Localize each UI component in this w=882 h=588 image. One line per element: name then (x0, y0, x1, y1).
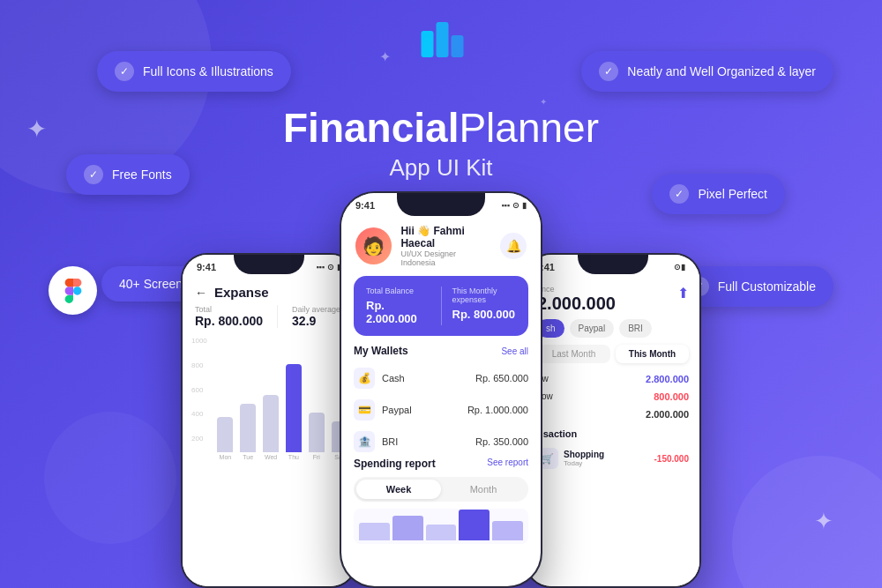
stat-avg: Daily average 32.9 (292, 305, 340, 328)
title-area: FinancialPlanner App UI Kit (283, 106, 599, 182)
bar-tue-rect (240, 404, 256, 452)
screen-left: 9:41 ▪▪▪⊙▮ ← Expanse Total Rp. 800.000 (183, 255, 355, 586)
flow-item-3: 2.000.000 (527, 406, 699, 423)
bar-mon: Mon (216, 417, 235, 460)
check-icon-3: ✓ (84, 165, 103, 184)
paypal-icon: 💳 (354, 399, 375, 421)
status-icons-right: ⊙▮ (674, 263, 685, 272)
bar-wed: Wed (262, 395, 280, 460)
time-left: 9:41 (197, 262, 216, 272)
right-header: ance 2.000.000 ⬆ (527, 276, 699, 319)
transaction-label: nsaction (527, 423, 699, 444)
figma-badge (49, 266, 97, 315)
tab-paypal[interactable]: Paypal (570, 319, 615, 338)
greeting-text: Hii 👋 Fahmi Haecal (400, 225, 500, 249)
svg-rect-0 (422, 31, 434, 57)
balance-expenses: This Monthly expenses Rp. 800.000 (452, 287, 517, 325)
bar-thu-rect (286, 364, 302, 452)
bar-thu: Thu (284, 364, 303, 460)
phone-left: 9:41 ▪▪▪⊙▮ ← Expanse Total Rp. 800.000 (181, 253, 357, 588)
time-center: 9:41 (355, 200, 375, 211)
wallets-header: My Wallets See all (341, 345, 541, 362)
sparkle-icon-4: ✦ (814, 508, 833, 535)
title-light: Planner (459, 105, 599, 151)
see-all-wallets[interactable]: See all (501, 346, 528, 356)
bar-fri-rect (309, 413, 325, 452)
status-icons-left: ▪▪▪⊙▮ (316, 263, 341, 272)
notch-center (397, 193, 485, 216)
balance-total: Total Balance Rp. 2.000.000 (366, 287, 430, 325)
y-labels: 1000800600400200 (191, 337, 207, 443)
mini-chart (354, 509, 528, 544)
flow-item-2: flow 800.000 (527, 388, 699, 406)
expense-header: ← Expanse (183, 276, 355, 305)
tab-this-month[interactable]: This Month (616, 345, 689, 363)
sparkle-icon-1: ✦ (26, 115, 47, 144)
period-month[interactable]: Month (441, 480, 526, 499)
upload-icon[interactable]: ⬆ (677, 285, 689, 301)
svg-rect-1 (437, 22, 449, 57)
see-report-link[interactable]: See report (487, 458, 528, 470)
back-arrow-icon[interactable]: ← (195, 286, 207, 300)
chart-area: 1000800600400200 Mon Tue W (183, 337, 355, 460)
right-content: ance 2.000.000 ⬆ sh Paypal BRI Last Mont… (527, 276, 699, 586)
stat-total: Total Rp. 800.000 (195, 305, 263, 328)
title-subtitle: App UI Kit (283, 154, 599, 182)
bg-decoration-3 (44, 412, 176, 544)
center-content: 🧑 Hii 👋 Fahmi Haecal UI/UX Designer Indo… (341, 214, 541, 544)
pill-organized: ✓ Neatly and Well Organized & layer (581, 51, 833, 92)
balance-label: Total Balance (366, 287, 430, 295)
wallet-bri: 🏦 BRI Rp. 350.000 (341, 426, 541, 458)
tx-info-1: Shopping Today (564, 450, 649, 467)
screen-right: :41 ⊙▮ ance 2.000.000 ⬆ sh Paypal BRI (527, 255, 699, 586)
avg-value: 32.9 (292, 314, 340, 328)
avg-label: Daily average (292, 305, 340, 314)
expense-title: Expanse (214, 285, 269, 300)
location-text: Indonesia (400, 258, 500, 267)
notch-left (234, 255, 304, 274)
bar-tue: Tue (239, 404, 258, 460)
expenses-value: Rp. 800.000 (452, 308, 517, 321)
stat-divider (277, 305, 278, 328)
check-icon-1: ✓ (115, 62, 134, 81)
tab-last-month[interactable]: Last Month (537, 345, 610, 363)
profile-text: Hii 👋 Fahmi Haecal UI/UX Designer Indone… (400, 225, 500, 267)
phone-center: 9:41 ▪▪▪⊙▮ 🧑 Hii 👋 Fahmi Haecal UI/UX De… (340, 191, 542, 588)
wallet-paypal: 💳 Paypal Rp. 1.000.000 (341, 394, 541, 426)
role-text: UI/UX Designer (400, 249, 500, 258)
svg-rect-2 (452, 35, 464, 57)
tab-bri[interactable]: BRI (619, 319, 652, 338)
avatar: 🧑 (355, 227, 392, 264)
period-toggle: Week Month (354, 477, 528, 502)
profile-info: 🧑 Hii 👋 Fahmi Haecal UI/UX Designer Indo… (355, 225, 500, 267)
spending-section: Spending report See report Week Month (341, 458, 541, 502)
right-balance-label: ance (537, 285, 616, 294)
bell-icon[interactable]: 🔔 (500, 233, 527, 259)
profile-section: 🧑 Hii 👋 Fahmi Haecal UI/UX Designer Indo… (341, 214, 541, 276)
total-value: Rp. 800.000 (195, 314, 263, 328)
check-icon-2: ✓ (599, 62, 618, 81)
expense-stats: Total Rp. 800.000 Daily average 32.9 (183, 305, 355, 337)
notch-right (578, 255, 648, 274)
bar-wed-rect (263, 395, 279, 452)
transaction-row-1: 🛒 Shopping Today -150.000 (527, 444, 699, 473)
balance-value: Rp. 2.000.000 (366, 299, 430, 325)
title-bold: Financial (283, 105, 459, 151)
wallet-tabs: sh Paypal BRI (527, 319, 699, 345)
phone-right: :41 ⊙▮ ance 2.000.000 ⬆ sh Paypal BRI (525, 253, 701, 588)
bars-row: Mon Tue Wed Thu (190, 354, 348, 460)
app-logo (417, 13, 466, 65)
pill-icons-illustrations: ✓ Full Icons & Illustrations (97, 51, 291, 92)
status-icons-center: ▪▪▪⊙▮ (501, 201, 527, 210)
total-label: Total (195, 305, 263, 314)
balance-card: Total Balance Rp. 2.000.000 This Monthly… (354, 276, 528, 336)
wallets-title: My Wallets (354, 345, 408, 357)
expenses-label: This Monthly expenses (452, 287, 517, 304)
screen-center: 9:41 ▪▪▪⊙▮ 🧑 Hii 👋 Fahmi Haecal UI/UX De… (341, 193, 541, 586)
expense-content: ← Expanse Total Rp. 800.000 Daily averag… (183, 276, 355, 586)
sparkle-icon-2: ✦ (379, 48, 391, 65)
bar-fri: Fri (307, 413, 325, 460)
month-tabs: Last Month This Month (527, 345, 699, 370)
period-week[interactable]: Week (356, 480, 441, 499)
spending-header: Spending report See report (354, 458, 528, 470)
